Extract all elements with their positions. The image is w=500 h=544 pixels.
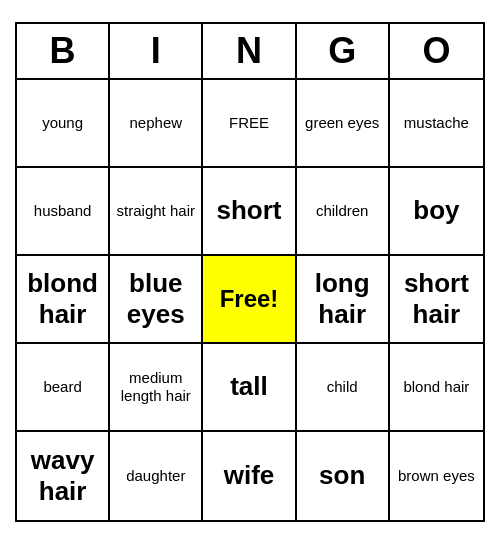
- bingo-cell: tall: [203, 344, 296, 432]
- bingo-grid: youngnephewFREEgreen eyesmustachehusband…: [17, 80, 483, 520]
- bingo-card: BINGO youngnephewFREEgreen eyesmustacheh…: [15, 22, 485, 522]
- bingo-cell: son: [297, 432, 390, 520]
- bingo-cell: long hair: [297, 256, 390, 344]
- bingo-cell: short: [203, 168, 296, 256]
- bingo-cell: Free!: [203, 256, 296, 344]
- bingo-cell: blond hair: [390, 344, 483, 432]
- bingo-cell: straight hair: [110, 168, 203, 256]
- bingo-cell: medium length hair: [110, 344, 203, 432]
- bingo-cell: wavy hair: [17, 432, 110, 520]
- bingo-cell: green eyes: [297, 80, 390, 168]
- bingo-cell: wife: [203, 432, 296, 520]
- bingo-cell: husband: [17, 168, 110, 256]
- bingo-cell: nephew: [110, 80, 203, 168]
- bingo-cell: FREE: [203, 80, 296, 168]
- bingo-cell: blond hair: [17, 256, 110, 344]
- header-letter: I: [110, 24, 203, 78]
- bingo-cell: child: [297, 344, 390, 432]
- bingo-cell: brown eyes: [390, 432, 483, 520]
- header-letter: O: [390, 24, 483, 78]
- bingo-cell: young: [17, 80, 110, 168]
- bingo-cell: daughter: [110, 432, 203, 520]
- bingo-cell: mustache: [390, 80, 483, 168]
- bingo-header: BINGO: [17, 24, 483, 80]
- bingo-cell: short hair: [390, 256, 483, 344]
- bingo-cell: children: [297, 168, 390, 256]
- header-letter: B: [17, 24, 110, 78]
- bingo-cell: blue eyes: [110, 256, 203, 344]
- bingo-cell: boy: [390, 168, 483, 256]
- bingo-cell: beard: [17, 344, 110, 432]
- header-letter: G: [297, 24, 390, 78]
- header-letter: N: [203, 24, 296, 78]
